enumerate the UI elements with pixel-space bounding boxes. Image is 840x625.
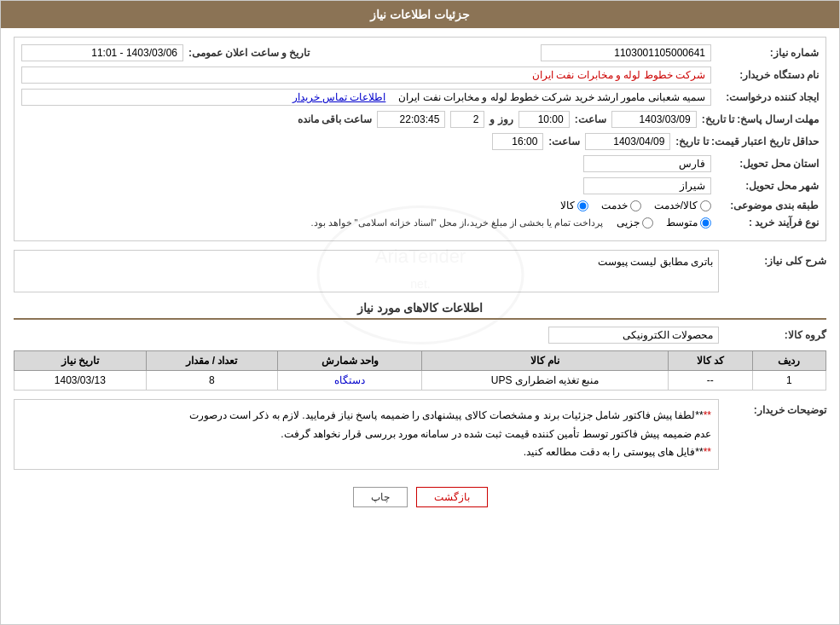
ijad-label: ایجاد کننده درخواست: — [716, 91, 819, 103]
tabaqe-label: طبقه بندی موضوعی: — [716, 200, 819, 211]
shahr-value: شیراز — [583, 177, 711, 194]
namDastgah-label: نام دستگاه خریدار: — [716, 69, 819, 81]
back-button[interactable]: بازگشت — [416, 487, 488, 507]
noeFarayand-label: نوع فرآیند خرید : — [716, 217, 819, 229]
row-ostan: استان محل تحویل: فارس — [21, 155, 819, 172]
cell-tedad: 8 — [146, 371, 278, 391]
mohlat-saat-value: 10:00 — [518, 111, 570, 128]
tawzihat-line3: ****فایل های پیوستی را به دقت مطالعه کنی… — [21, 443, 711, 462]
mohlat-baqi-value: 22:03:45 — [377, 111, 445, 128]
row-shahr: شهر محل تحویل: شیراز — [21, 177, 819, 194]
print-button[interactable]: چاپ — [353, 487, 408, 507]
mohlat-rooz-value: 2 — [450, 111, 484, 128]
tarikh-label: تاریخ و ساعت اعلان عمومی: — [188, 47, 310, 59]
ostan-value: فارس — [583, 155, 711, 172]
row-namDastgah: نام دستگاه خریدار: شرکت خطوط لوله و مخاب… — [21, 67, 819, 84]
cell-nam: منبع تغذیه اضطراری UPS — [422, 371, 668, 391]
button-row: بازگشت چاپ — [14, 478, 826, 516]
mohlat-baqi-label: ساعت باقی مانده — [298, 113, 373, 125]
tawzihat-line1: ****لطفا پیش فاکتور شامل جزئیات برند و م… — [21, 407, 711, 425]
shomareNiaz-label: شماره نیاز: — [716, 47, 819, 59]
tarikh-value: 1403/03/06 - 11:01 — [21, 44, 183, 61]
mohlat-date: 1403/03/09 — [611, 111, 697, 128]
row-tabaqe: طبقه بندی موضوعی: کالا/خدمت خدمت کالا — [21, 200, 819, 211]
sharhKoli-label: شرح کلی نیاز: — [724, 250, 826, 267]
table-header: ردیف کد کالا نام کالا واحد شمارش تعداد /… — [14, 351, 826, 371]
hadaqal-date: 1403/04/09 — [585, 133, 670, 150]
radio-jozii[interactable]: جزیی — [617, 217, 653, 229]
namDastgah-value: شرکت خطوط لوله و مخابرات نفت ایران — [21, 67, 711, 84]
goods-section-title: اطلاعات کالاهای مورد نیاز — [14, 301, 826, 320]
noeFarayand-radio-group: متوسط جزیی — [617, 217, 711, 229]
mohlat-rooz-label: روز و — [490, 113, 513, 125]
tawzihat-box: ****لطفا پیش فاکتور شامل جزئیات برند و م… — [14, 399, 719, 470]
row-mohlat: مهلت ارسال پاسخ: تا تاریخ: 1403/03/09 سا… — [21, 111, 819, 128]
col-tarikh: تاریخ نیاز — [14, 351, 147, 371]
table-body: 1 -- منبع تغذیه اضطراری UPS دستگاه 8 140… — [14, 371, 826, 391]
tawzihat-label: توضیحات خریدار: — [724, 399, 826, 416]
radio-kalaKhedmat[interactable]: کالا/خدمت — [654, 200, 711, 211]
table-header-row: ردیف کد کالا نام کالا واحد شمارش تعداد /… — [14, 351, 826, 371]
group-value: محصولات الکترونیکی — [548, 327, 719, 344]
col-radif: ردیف — [752, 351, 826, 371]
ostan-label: استان محل تحویل: — [716, 158, 819, 170]
hadaqal-label: حداقل تاریخ اعتبار قیمت: تا تاریخ: — [675, 136, 819, 148]
col-tedad: تعداد / مقدار — [146, 351, 278, 371]
shahr-label: شهر محل تحویل: — [716, 180, 819, 192]
hadaqal-saat-value: 16:00 — [492, 133, 543, 150]
row-shomareNiaz: شماره نیاز: 1103001105000641 تاریخ و ساع… — [21, 44, 819, 61]
page-title: جزئیات اطلاعات نیاز — [370, 8, 470, 21]
cell-kod: -- — [668, 371, 752, 391]
sharhKoli-section: شرح کلی نیاز: باتری مطابق لیست پیوست — [14, 250, 826, 292]
col-nam: نام کالا — [422, 351, 668, 371]
row-ijad: ایجاد کننده درخواست: سمیه شعبانی مامور ا… — [21, 89, 819, 106]
main-info-section: شماره نیاز: 1103001105000641 تاریخ و ساع… — [14, 37, 826, 241]
itttelaat-tamas-link[interactable]: اطلاعات تماس خریدار — [293, 91, 386, 103]
hadaqal-saat-label: ساعت: — [548, 136, 580, 148]
tawzihat-line2: عدم ضمیمه پیش فاکتور توسط تأمین کننده قی… — [21, 425, 711, 444]
group-label: گروه کالا: — [724, 329, 826, 341]
radio-kala[interactable]: کالا — [560, 200, 588, 211]
table-row: 1 -- منبع تغذیه اضطراری UPS دستگاه 8 140… — [14, 371, 826, 391]
col-vahed: واحد شمارش — [278, 351, 422, 371]
cell-radif: 1 — [752, 371, 826, 391]
sharhKoli-box: باتری مطابق لیست پیوست — [14, 250, 719, 292]
shomareNiaz-value: 1103001105000641 — [541, 44, 711, 61]
radio-khedmat[interactable]: خدمت — [601, 200, 641, 211]
noeFarayand-desc: پرداخت تمام یا بخشی از مبلغ خرید،از محل … — [310, 217, 603, 229]
group-row: گروه کالا: محصولات الکترونیکی — [14, 327, 826, 344]
tabaqe-radio-group: کالا/خدمت خدمت کالا — [560, 200, 711, 211]
mohlat-label: مهلت ارسال پاسخ: تا تاریخ: — [702, 113, 819, 125]
cell-tarikh: 1403/03/13 — [14, 371, 147, 391]
mohlat-saat-label: ساعت: — [575, 113, 606, 125]
col-kod: کد کالا — [668, 351, 752, 371]
row-hadaqal: حداقل تاریخ اعتبار قیمت: تا تاریخ: 1403/… — [21, 133, 819, 150]
ijad-value: سمیه شعبانی مامور ارشد خرید شرکت خطوط لو… — [21, 89, 711, 106]
tawzihat-section: توضیحات خریدار: ****لطفا پیش فاکتور شامل… — [14, 399, 826, 470]
row-noeFarayand: نوع فرآیند خرید : متوسط جزیی پرداخت تمام… — [21, 217, 819, 229]
radio-motavaset[interactable]: متوسط — [666, 217, 711, 229]
cell-vahed: دستگاه — [278, 371, 422, 391]
page-header: جزئیات اطلاعات نیاز — [1, 1, 839, 28]
goods-table: ردیف کد کالا نام کالا واحد شمارش تعداد /… — [14, 350, 826, 391]
